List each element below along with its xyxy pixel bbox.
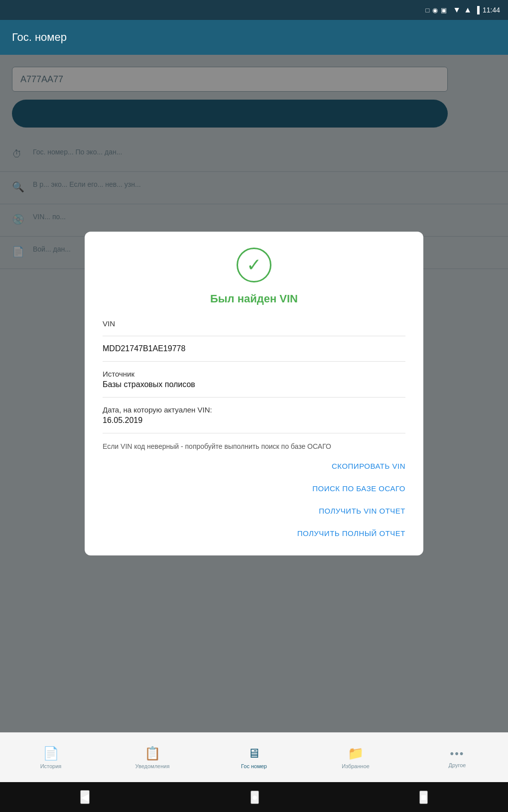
gosnomer-icon: 🖥 [248, 746, 260, 761]
wifi-icon: ▼ [453, 5, 461, 14]
more-label: Другое [449, 762, 466, 768]
get-vin-report-button[interactable]: ПОЛУЧИТЬ VIN ОТЧЕТ [319, 501, 405, 521]
app-header: Гос. номер [0, 20, 508, 55]
date-divider [103, 433, 405, 433]
signal-icon: ▲ [464, 5, 472, 14]
date-value: 16.05.2019 [103, 416, 405, 425]
dialog-title: Был найден VIN [103, 292, 405, 305]
battery-icon: ▐ [475, 6, 480, 14]
gosnomer-label: Гос номер [241, 763, 267, 769]
android-back-button[interactable]: ◀ [80, 790, 90, 804]
vin-divider-2 [103, 361, 405, 362]
dialog-actions: СКОПИРОВАТЬ VIN ПОИСК ПО БАЗЕ ОСАГО ПОЛУ… [103, 456, 405, 543]
status-bar: □ ◉ ▣ ▼ ▲ ▐ 11:44 [0, 0, 508, 20]
nav-item-more[interactable]: ••• Другое [406, 747, 508, 768]
app-title: Гос. номер [12, 31, 67, 44]
dialog: ✓ Был найден VIN VIN MDD21747B1AE19778 И… [85, 232, 423, 555]
android-nav: ◀ ● ■ [0, 782, 508, 812]
clock-icon: ◉ [432, 6, 438, 14]
sd-icon: ▣ [441, 6, 447, 14]
history-label: История [40, 763, 62, 769]
dialog-hint: Если VIN код неверный - попробуйте выпол… [103, 441, 405, 452]
nav-item-gosnomer[interactable]: 🖥 Гос номер [203, 746, 305, 769]
search-osago-button[interactable]: ПОИСК ПО БАЗЕ ОСАГО [312, 478, 405, 499]
history-icon: 📄 [43, 746, 59, 761]
favorites-label: Избранное [342, 763, 370, 769]
source-label: Источник [103, 370, 405, 378]
main-area: А777АА77 ⏱ Гос. номер... По эко... дан..… [0, 55, 508, 732]
vin-value: MDD21747B1AE19778 [103, 344, 405, 353]
notifications-icon: 📋 [144, 746, 160, 761]
android-home-button[interactable]: ● [251, 791, 258, 804]
success-icon: ✓ [237, 248, 271, 282]
source-divider [103, 397, 405, 398]
nav-item-history[interactable]: 📄 История [0, 746, 102, 769]
get-full-report-button[interactable]: ПОЛУЧИТЬ ПОЛНЫЙ ОТЧЕТ [297, 523, 405, 543]
vin-divider [103, 336, 405, 336]
favorites-icon: 📁 [348, 746, 364, 761]
nav-item-favorites[interactable]: 📁 Избранное [305, 746, 406, 769]
date-label: Дата, на которую актуален VIN: [103, 406, 405, 414]
android-recent-button[interactable]: ■ [419, 791, 427, 804]
more-icon: ••• [450, 747, 464, 760]
notification-icon: □ [425, 6, 429, 14]
source-value: Базы страховых полисов [103, 380, 405, 389]
nav-item-notifications[interactable]: 📋 Уведомления [102, 746, 203, 769]
vin-label: VIN [103, 319, 405, 328]
bottom-nav: 📄 История 📋 Уведомления 🖥 Гос номер 📁 Из… [0, 732, 508, 782]
status-time: 11:44 [483, 6, 500, 14]
status-icons: □ ◉ ▣ ▼ ▲ ▐ 11:44 [425, 5, 500, 14]
copy-vin-button[interactable]: СКОПИРОВАТЬ VIN [332, 456, 405, 476]
notifications-label: Уведомления [135, 763, 170, 769]
